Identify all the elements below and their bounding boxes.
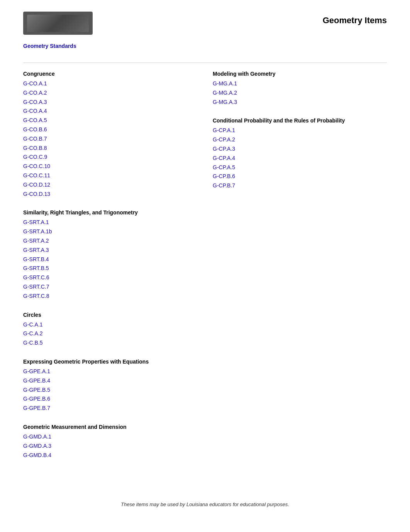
link-g-mg.a.3[interactable]: G-MG.A.3	[213, 98, 387, 107]
link-g-srt.b.5[interactable]: G-SRT.B.5	[23, 264, 197, 273]
section-circles: CirclesG-C.A.1G-C.A.2G-C.B.5	[23, 312, 197, 348]
content-area: CongruenceG-CO.A.1G-CO.A.2G-CO.A.3G-CO.A…	[23, 71, 387, 471]
section-expressing: Expressing Geometric Properties with Equ…	[23, 359, 197, 413]
link-g-co.a.2[interactable]: G-CO.A.2	[23, 88, 197, 98]
link-g-cp.a.1[interactable]: G-CP.A.1	[213, 126, 387, 135]
link-g-gpe.b.4[interactable]: G-GPE.B.4	[23, 376, 197, 386]
link-g-gpe.b.6[interactable]: G-GPE.B.6	[23, 394, 197, 404]
section-title-expressing: Expressing Geometric Properties with Equ…	[23, 359, 197, 365]
link-g-co.b.7[interactable]: G-CO.B.7	[23, 134, 197, 144]
link-g-cp.a.5[interactable]: G-CP.A.5	[213, 163, 387, 172]
section-title-congruence: Congruence	[23, 71, 197, 77]
link-g-srt.a.1b[interactable]: G-SRT.A.1b	[23, 227, 197, 236]
link-g-gmd.b.4[interactable]: G-GMD.B.4	[23, 451, 197, 460]
link-g-cp.b.7[interactable]: G-CP.B.7	[213, 181, 387, 190]
link-g-cp.b.6[interactable]: G-CP.B.6	[213, 172, 387, 181]
link-g-co.a.4[interactable]: G-CO.A.4	[23, 107, 197, 116]
link-g-co.c.11[interactable]: G-CO.C.11	[23, 171, 197, 180]
link-g-co.a.3[interactable]: G-CO.A.3	[23, 98, 197, 107]
link-g-co.b.8[interactable]: G-CO.B.8	[23, 144, 197, 153]
section-title-modeling: Modeling with Geometry	[213, 71, 387, 77]
link-g-co.d.12[interactable]: G-CO.D.12	[23, 180, 197, 190]
link-g-srt.b.4[interactable]: G-SRT.B.4	[23, 255, 197, 264]
section-measurement: Geometric Measurement and DimensionG-GMD…	[23, 424, 197, 460]
page-title: Geometry Items	[323, 15, 387, 25]
link-g-srt.c.8[interactable]: G-SRT.C.8	[23, 292, 197, 301]
divider	[23, 63, 387, 63]
section-congruence: CongruenceG-CO.A.1G-CO.A.2G-CO.A.3G-CO.A…	[23, 71, 197, 199]
link-g-srt.c.6[interactable]: G-SRT.C.6	[23, 273, 197, 282]
link-g-c.a.1[interactable]: G-C.A.1	[23, 320, 197, 330]
section-conditional: Conditional Probability and the Rules of…	[213, 117, 387, 190]
link-g-gmd.a.3[interactable]: G-GMD.A.3	[23, 442, 197, 451]
left-column: CongruenceG-CO.A.1G-CO.A.2G-CO.A.3G-CO.A…	[23, 71, 197, 471]
link-g-co.d.13[interactable]: G-CO.D.13	[23, 190, 197, 199]
link-g-gpe.b.5[interactable]: G-GPE.B.5	[23, 386, 197, 395]
geometry-standards-link[interactable]: Geometry Standards	[23, 43, 76, 49]
logo-image	[27, 15, 89, 32]
logo	[23, 12, 93, 35]
section-title-measurement: Geometric Measurement and Dimension	[23, 424, 197, 430]
link-g-gmd.a.1[interactable]: G-GMD.A.1	[23, 432, 197, 442]
section-title-similarity: Similarity, Right Triangles, and Trigono…	[23, 209, 197, 216]
link-g-co.a.1[interactable]: G-CO.A.1	[23, 79, 197, 88]
link-g-co.b.6[interactable]: G-CO.B.6	[23, 125, 197, 134]
right-column: Modeling with GeometryG-MG.A.1G-MG.A.2G-…	[213, 71, 387, 471]
link-g-srt.a.2[interactable]: G-SRT.A.2	[23, 236, 197, 246]
footer-text: These items may be used by Louisiana edu…	[23, 501, 387, 507]
link-g-co.c.9[interactable]: G-CO.C.9	[23, 153, 197, 162]
link-g-co.a.5[interactable]: G-CO.A.5	[23, 116, 197, 125]
section-title-circles: Circles	[23, 312, 197, 318]
link-g-mg.a.2[interactable]: G-MG.A.2	[213, 88, 387, 98]
link-g-gpe.a.1[interactable]: G-GPE.A.1	[23, 367, 197, 376]
section-modeling: Modeling with GeometryG-MG.A.1G-MG.A.2G-…	[213, 71, 387, 107]
link-g-srt.a.3[interactable]: G-SRT.A.3	[23, 246, 197, 255]
link-g-cp.a.2[interactable]: G-CP.A.2	[213, 135, 387, 144]
link-g-srt.a.1[interactable]: G-SRT.A.1	[23, 218, 197, 227]
link-g-mg.a.1[interactable]: G-MG.A.1	[213, 79, 387, 88]
link-g-cp.a.4[interactable]: G-CP.A.4	[213, 154, 387, 163]
link-g-srt.c.7[interactable]: G-SRT.C.7	[23, 282, 197, 292]
link-g-c.a.2[interactable]: G-C.A.2	[23, 329, 197, 338]
section-title-conditional: Conditional Probability and the Rules of…	[213, 117, 387, 124]
section-similarity: Similarity, Right Triangles, and Trigono…	[23, 209, 197, 301]
link-g-cp.a.3[interactable]: G-CP.A.3	[213, 144, 387, 154]
link-g-c.b.5[interactable]: G-C.B.5	[23, 338, 197, 348]
header: Geometry Items	[23, 12, 387, 35]
link-g-gpe.b.7[interactable]: G-GPE.B.7	[23, 404, 197, 413]
link-g-co.c.10[interactable]: G-CO.C.10	[23, 162, 197, 171]
